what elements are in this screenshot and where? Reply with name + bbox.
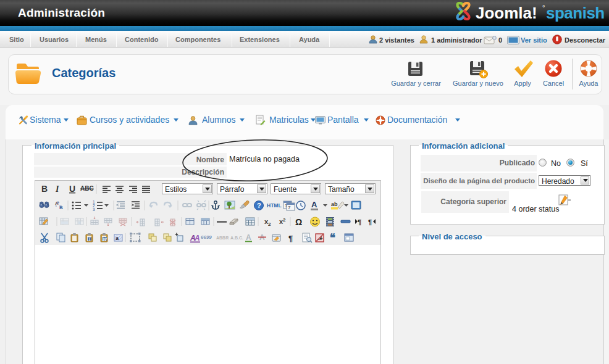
svg-text:❝: ❝	[330, 232, 335, 244]
svg-text:HTML: HTML	[267, 202, 282, 209]
svg-text:ab: ab	[331, 201, 338, 207]
svg-text:A: A	[311, 200, 317, 209]
svg-text:2: 2	[268, 221, 271, 227]
svg-text:2: 2	[283, 217, 286, 223]
svg-text:¶: ¶	[288, 234, 293, 243]
svg-text:?: ?	[257, 202, 261, 209]
svg-text:I: I	[55, 184, 59, 194]
svg-text:7: 7	[288, 205, 291, 210]
svg-text:A: A	[246, 233, 251, 242]
svg-text:T: T	[88, 237, 91, 241]
svg-text:A.B.C.: A.B.C.	[230, 236, 243, 240]
svg-text:B: B	[41, 184, 48, 194]
svg-text:3: 3	[93, 207, 95, 212]
svg-text:ABBR: ABBR	[216, 236, 229, 240]
svg-text:6699: 6699	[201, 234, 212, 240]
svg-text:Ω: Ω	[295, 217, 302, 227]
svg-text:¶: ¶	[358, 218, 361, 226]
svg-text:ABC: ABC	[80, 185, 94, 192]
svg-text:A: A	[194, 234, 200, 242]
svg-text:U: U	[69, 184, 75, 194]
svg-text:¶: ¶	[368, 218, 372, 226]
